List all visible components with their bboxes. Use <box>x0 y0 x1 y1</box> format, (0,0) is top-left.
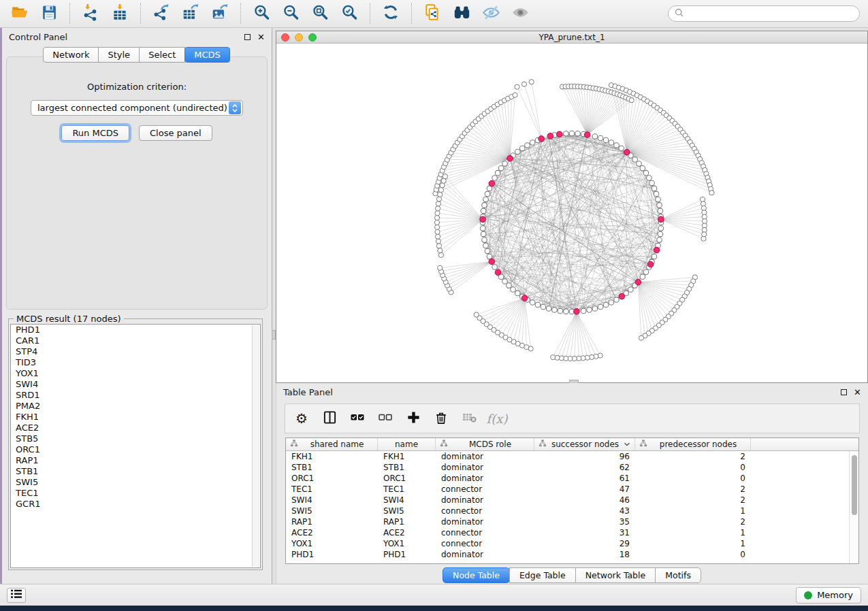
ring-node[interactable] <box>640 166 645 171</box>
ring-node[interactable] <box>511 287 516 293</box>
result-node[interactable]: RAP1 <box>11 455 260 466</box>
optimization-criterion-select[interactable]: largest connected component (undirected) <box>31 100 243 116</box>
ring-node[interactable] <box>632 157 638 163</box>
table-row[interactable]: FKH1FKH1dominator962 <box>286 451 849 462</box>
table-row[interactable]: YOX1YOX1connector291 <box>286 538 849 549</box>
leaf-node[interactable] <box>529 80 534 84</box>
result-list-scrollbar[interactable] <box>252 325 259 567</box>
ring-node[interactable] <box>482 237 487 243</box>
close-panel-button[interactable]: Close panel <box>139 125 212 141</box>
refresh-view-button[interactable] <box>379 3 402 24</box>
leaf-node[interactable] <box>513 93 517 97</box>
ring-node[interactable] <box>640 274 645 280</box>
mcds-hub-node[interactable] <box>495 269 501 276</box>
import-network-button[interactable] <box>79 3 102 24</box>
table-row[interactable]: PHD1PHD1dominator180 <box>286 549 849 560</box>
result-node[interactable]: ORC1 <box>11 444 260 455</box>
ring-node[interactable] <box>656 197 661 202</box>
leaf-node[interactable] <box>438 265 443 270</box>
deselect-all-button[interactable] <box>377 410 393 427</box>
export-table-button[interactable] <box>179 3 202 24</box>
ring-node[interactable] <box>603 302 609 308</box>
table-scrollbar-thumb[interactable] <box>852 455 857 515</box>
ring-node[interactable] <box>525 143 530 148</box>
ring-node[interactable] <box>609 140 614 146</box>
ring-node[interactable] <box>581 308 586 314</box>
ring-node[interactable] <box>643 269 649 275</box>
import-table-button[interactable] <box>108 3 131 24</box>
ring-node[interactable] <box>515 149 521 154</box>
ring-node[interactable] <box>657 237 662 243</box>
hide-selected-button[interactable] <box>479 3 502 24</box>
column-header-mcds-role[interactable]: MCDS role <box>436 438 534 450</box>
ring-node[interactable] <box>643 170 649 176</box>
export-network-button[interactable] <box>150 3 173 24</box>
function-builder-button[interactable]: f(x) <box>489 410 505 427</box>
open-file-button[interactable] <box>8 3 31 24</box>
result-node[interactable]: CAR1 <box>11 335 260 346</box>
mcds-hub-node[interactable] <box>658 216 664 222</box>
ring-node[interactable] <box>498 166 504 171</box>
column-header-predecessor-nodes[interactable]: predecessor nodes <box>635 438 751 450</box>
result-node[interactable]: TID3 <box>11 357 260 368</box>
ring-node[interactable] <box>614 297 620 303</box>
ring-node[interactable] <box>541 304 546 310</box>
leaf-node[interactable] <box>436 206 440 211</box>
result-node[interactable]: SRD1 <box>11 390 260 401</box>
leaf-node[interactable] <box>436 239 440 244</box>
table-row[interactable]: SWI4SWI4dominator462 <box>286 495 849 506</box>
leaf-node[interactable] <box>436 244 441 248</box>
result-node[interactable]: PHD1 <box>11 325 260 335</box>
leaf-node[interactable] <box>629 98 634 103</box>
tab-network[interactable]: Network <box>43 47 99 63</box>
tab-style[interactable]: Style <box>98 47 140 63</box>
ring-node[interactable] <box>502 161 508 167</box>
ring-node[interactable] <box>619 146 624 151</box>
tab-edge-table[interactable]: Edge Table <box>509 567 576 583</box>
add-column-button[interactable] <box>405 410 421 427</box>
leaf-node[interactable] <box>438 252 443 257</box>
result-node[interactable]: GCR1 <box>11 499 260 510</box>
mcds-hub-node[interactable] <box>489 180 495 186</box>
leaf-node[interactable] <box>435 211 440 216</box>
close-panel-icon[interactable]: ✕ <box>257 33 265 42</box>
first-neighbors-button[interactable] <box>450 3 473 24</box>
ring-node[interactable] <box>564 309 569 314</box>
leaf-node[interactable] <box>521 82 526 86</box>
ring-node[interactable] <box>652 254 657 259</box>
ring-node[interactable] <box>647 176 652 181</box>
ring-node[interactable] <box>481 226 486 231</box>
result-node[interactable]: FKH1 <box>11 412 260 423</box>
result-node[interactable]: SWI4 <box>11 379 260 390</box>
mcds-hub-node[interactable] <box>647 261 654 267</box>
ring-node[interactable] <box>507 283 512 288</box>
mcds-hub-node[interactable] <box>574 309 580 315</box>
export-image-button[interactable] <box>208 3 231 24</box>
ring-node[interactable] <box>492 265 498 270</box>
mcds-hub-node[interactable] <box>584 132 590 138</box>
mcds-hub-node[interactable] <box>480 216 486 222</box>
ring-node[interactable] <box>485 191 490 197</box>
leaf-node[interactable] <box>701 236 706 241</box>
zoom-fit-button[interactable] <box>308 3 332 24</box>
ring-node[interactable] <box>598 135 603 141</box>
leaf-node[interactable] <box>438 248 443 253</box>
tab-network-table[interactable]: Network Table <box>575 567 656 583</box>
leaf-node[interactable] <box>639 335 643 340</box>
leaf-node[interactable] <box>436 234 440 239</box>
leaf-node[interactable] <box>551 355 556 360</box>
leaf-node[interactable] <box>435 225 440 229</box>
column-header-shared-name[interactable]: shared name <box>286 438 378 450</box>
ring-node[interactable] <box>558 308 563 314</box>
table-row[interactable]: RAP1RAP1dominator352 <box>286 516 849 527</box>
leaf-node[interactable] <box>438 192 443 197</box>
zoom-in-button[interactable] <box>250 3 273 24</box>
table-row[interactable]: STB1STB1dominator620 <box>286 462 849 473</box>
ring-node[interactable] <box>652 186 657 191</box>
ring-node[interactable] <box>637 161 642 167</box>
result-node[interactable]: TEC1 <box>11 488 260 499</box>
network-window-titlebar[interactable]: YPA_prune.txt_1 <box>276 31 867 44</box>
ring-node[interactable] <box>592 134 598 139</box>
ring-node[interactable] <box>485 248 490 254</box>
run-mcds-button[interactable]: Run MCDS <box>61 125 129 141</box>
